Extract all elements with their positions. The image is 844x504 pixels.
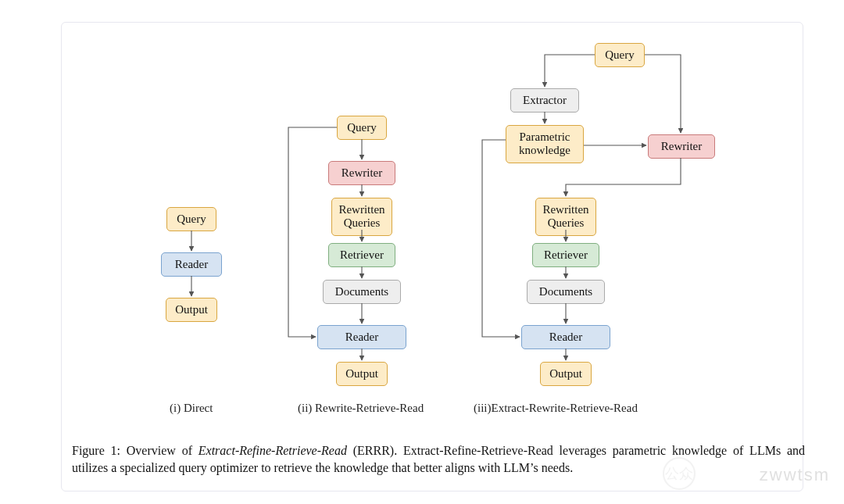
caption-prefix: Figure 1: Overview of [72, 444, 198, 457]
box-ii-rewriter: Rewriter [328, 161, 395, 185]
box-iii-reader: Reader [521, 325, 610, 349]
label-iii: (iii)Extract-Rewrite-Retrieve-Read [474, 402, 638, 415]
watermark-text: zwwtsm [760, 465, 830, 485]
caption-abbr: (ERRR). [347, 444, 403, 457]
box-ii-reader: Reader [317, 325, 406, 349]
box-ii-rewritten: Rewritten Queries [331, 198, 392, 236]
label-i: (i) Direct [170, 402, 213, 415]
box-ii-retriever: Retriever [328, 243, 395, 267]
box-iii-documents: Documents [527, 280, 605, 304]
box-iii-rewriter: Rewriter [648, 134, 715, 159]
caption-emph: Extract-Refine-Retrieve-Read [198, 444, 347, 457]
box-iii-output: Output [540, 362, 592, 386]
box-ii-documents: Documents [323, 280, 401, 304]
box-iii-query: Query [595, 43, 645, 67]
box-ii-query: Query [337, 116, 387, 140]
label-ii: (ii) Rewrite-Retrieve-Read [298, 402, 424, 415]
canvas: Query Reader Output (i) Direct Query Rew… [0, 0, 844, 504]
box-iii-retriever: Retriever [532, 243, 599, 267]
box-ii-output: Output [336, 362, 388, 386]
box-iii-rewritten: Rewritten Queries [535, 198, 596, 236]
box-iii-parametric: Parametric knowledge [506, 125, 584, 163]
box-iii-extractor: Extractor [510, 88, 579, 113]
box-i-reader: Reader [161, 252, 222, 277]
box-i-output: Output [166, 298, 217, 322]
watermark-badge-icon: 公众 [663, 457, 696, 490]
box-i-query: Query [166, 207, 216, 231]
